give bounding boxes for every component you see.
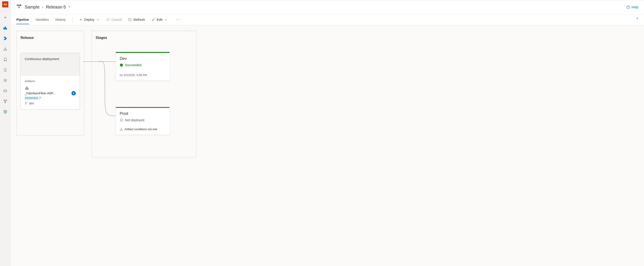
svg-line-17 xyxy=(4,101,5,102)
rail-deploymentgroups-icon[interactable] xyxy=(0,96,10,106)
edit-label: Edit xyxy=(157,18,162,22)
stage-name: Prod xyxy=(120,112,166,116)
svg-rect-14 xyxy=(4,100,5,100)
breadcrumb-current[interactable]: Release-5 xyxy=(46,4,66,10)
release-picker-dropdown[interactable] xyxy=(68,5,71,9)
stage-warning-text: Artifact conditions not met xyxy=(124,128,157,131)
project-avatar[interactable]: AS xyxy=(2,1,8,8)
svg-point-36 xyxy=(27,102,27,103)
build-artifact-icon xyxy=(25,86,76,91)
rail-taskgroups-icon[interactable] xyxy=(0,86,10,96)
svg-rect-5 xyxy=(4,58,6,60)
svg-point-38 xyxy=(120,119,123,121)
rail-releases-icon[interactable] xyxy=(0,65,10,75)
refresh-label: Refresh xyxy=(134,18,145,22)
cd-trigger-icon[interactable] xyxy=(72,91,76,96)
chevron-down-icon xyxy=(96,18,100,22)
svg-rect-4 xyxy=(6,28,7,30)
svg-rect-15 xyxy=(6,100,7,100)
cancel-button: Cancel xyxy=(106,18,122,22)
cancel-label: Cancel xyxy=(112,18,122,22)
build-link[interactable]: 20200302.7 xyxy=(25,96,76,100)
stage-name: Dev xyxy=(120,56,166,61)
stage-status-label: Not deployed xyxy=(125,118,144,122)
warning-icon xyxy=(120,128,123,131)
svg-line-28 xyxy=(107,19,109,20)
release-panel-title: Release xyxy=(20,36,80,40)
svg-rect-16 xyxy=(5,102,6,103)
pipeline-canvas: Release Continuous deployment Artifacts … xyxy=(11,25,644,266)
artifact-name: _FabrikamFiber-ASP... xyxy=(25,92,70,95)
branch-icon xyxy=(25,102,28,105)
artifacts-label: Artifacts xyxy=(25,80,76,83)
stage-status-label: Succeeded xyxy=(125,63,141,67)
deploy-label: Deploy xyxy=(84,18,94,22)
release-card[interactable]: Continuous deployment Artifacts _Fabrika… xyxy=(20,53,80,110)
rail-pipelines-icon[interactable] xyxy=(0,33,10,44)
svg-point-37 xyxy=(120,64,123,66)
svg-line-29 xyxy=(636,18,638,19)
tab-pipeline[interactable]: Pipeline xyxy=(16,15,29,24)
not-deployed-icon xyxy=(120,118,123,122)
svg-rect-2 xyxy=(4,28,4,29)
branch-name: dev xyxy=(29,102,34,105)
help-label: Help xyxy=(632,5,638,9)
stages-panel: Stages Dev xyxy=(92,31,196,158)
toolbar-divider xyxy=(72,17,72,22)
stages-panel-title: Stages xyxy=(96,36,192,40)
release-pipeline-icon xyxy=(16,4,22,10)
add-project-button[interactable] xyxy=(0,12,10,23)
toolbar: Pipeline Variables History Deploy Cancel… xyxy=(11,14,644,25)
svg-line-18 xyxy=(5,101,6,102)
tab-variables[interactable]: Variables xyxy=(36,15,49,24)
more-actions-button[interactable]: ··· xyxy=(174,18,182,22)
tab-history[interactable]: History xyxy=(56,15,66,24)
deploy-button[interactable]: Deploy xyxy=(79,18,100,22)
rail-security-icon[interactable] xyxy=(0,106,10,117)
chevron-right-icon: › xyxy=(42,5,43,9)
svg-rect-19 xyxy=(17,5,18,6)
edit-button[interactable]: Edit xyxy=(152,18,168,22)
fullscreen-button[interactable] xyxy=(634,17,638,22)
refresh-button[interactable]: Refresh xyxy=(128,18,145,22)
svg-rect-20 xyxy=(18,5,20,6)
nav-rail: AS xyxy=(0,0,10,266)
chevron-down-icon xyxy=(164,18,168,22)
rail-builds-icon[interactable] xyxy=(0,44,10,54)
svg-rect-3 xyxy=(5,27,6,30)
rail-environments-icon[interactable] xyxy=(0,54,10,65)
release-card-title: Continuous deployment xyxy=(25,57,76,61)
svg-line-11 xyxy=(6,79,6,82)
stage-card-prod[interactable]: Prod Not deployed Artifact conditions no… xyxy=(116,107,170,135)
rail-library-icon[interactable] xyxy=(0,75,10,86)
success-icon xyxy=(120,63,123,67)
svg-point-34 xyxy=(25,102,26,103)
help-link[interactable]: Help xyxy=(626,5,638,9)
release-panel: Release Continuous deployment Artifacts … xyxy=(16,31,84,136)
svg-rect-21 xyxy=(20,5,21,6)
stage-card-dev[interactable]: Dev Succeeded on 3/2/2020, 3:38 PM xyxy=(116,52,170,80)
breadcrumb-bar: Sample › Release-5 Help xyxy=(11,0,644,14)
stage-timestamp: on 3/2/2020, 3:38 PM xyxy=(120,74,166,77)
breadcrumb-root[interactable]: Sample xyxy=(25,4,40,10)
rail-overview-icon[interactable] xyxy=(0,23,10,33)
